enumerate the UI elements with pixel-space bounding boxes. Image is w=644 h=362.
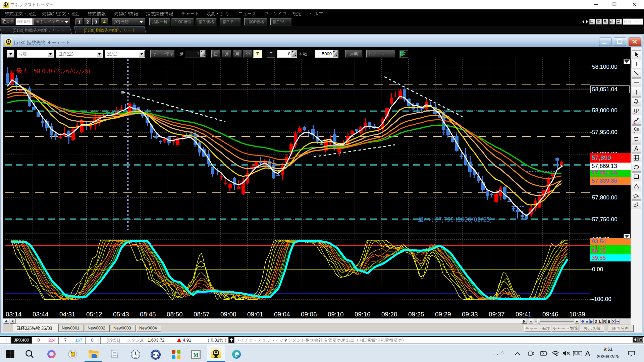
- svg-text:M: M: [194, 352, 198, 358]
- svg-text:MT4: MT4: [153, 353, 159, 357]
